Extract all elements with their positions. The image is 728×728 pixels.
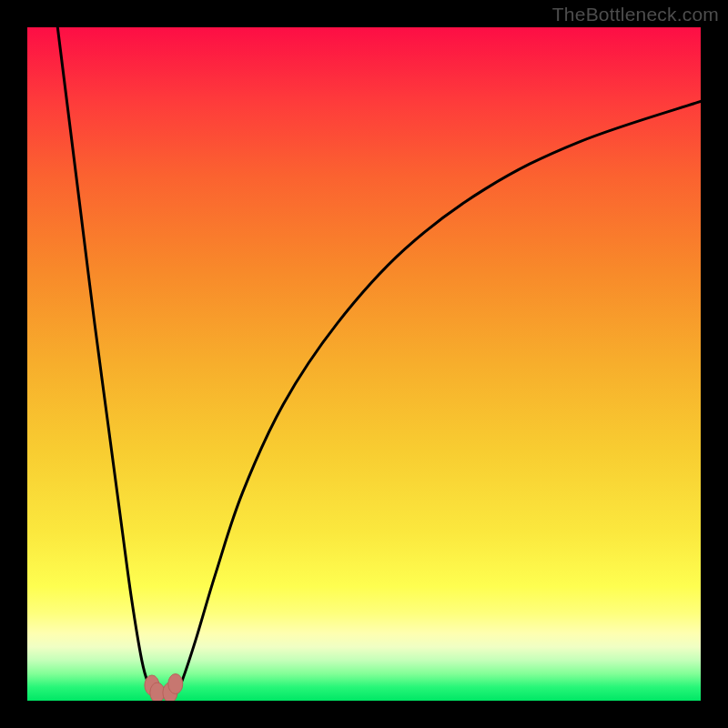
curve-right-branch <box>176 101 701 693</box>
watermark-label: TheBottleneck.com <box>552 4 719 25</box>
curve-layer <box>27 27 701 701</box>
plot-area <box>27 27 701 701</box>
chart-frame: TheBottleneck.com <box>0 0 728 728</box>
curve-left-branch <box>57 27 155 694</box>
valley-marker <box>168 674 183 694</box>
